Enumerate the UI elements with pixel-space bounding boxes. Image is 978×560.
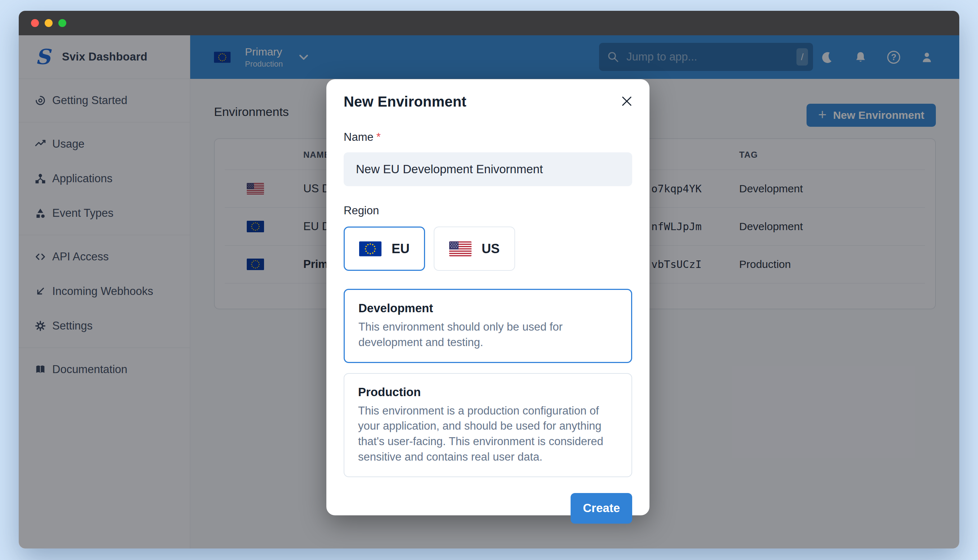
region-label: Region [344, 204, 632, 217]
modal-title: New Environment [344, 93, 632, 110]
app-window: S Svix Dashboard Getting Started [19, 11, 959, 548]
env-type-option-production[interactable]: Production This environment is a product… [344, 373, 632, 477]
name-label: Name* [344, 131, 632, 144]
zoom-window-button[interactable] [58, 19, 66, 27]
environment-name-input[interactable] [344, 152, 632, 186]
create-button[interactable]: Create [571, 493, 632, 523]
new-environment-modal: New Environment Name* Region [327, 79, 650, 515]
eu-flag-icon [359, 241, 382, 257]
region-option-us[interactable]: US [434, 227, 515, 271]
us-flag-icon [449, 241, 472, 257]
close-window-button[interactable] [31, 19, 39, 27]
minimize-window-button[interactable] [45, 19, 53, 27]
env-type-option-development[interactable]: Development This environment should only… [344, 289, 632, 363]
region-option-eu[interactable]: EU [344, 227, 425, 271]
macos-titlebar [19, 11, 959, 35]
required-asterisk: * [377, 131, 381, 143]
close-icon[interactable] [620, 94, 634, 108]
